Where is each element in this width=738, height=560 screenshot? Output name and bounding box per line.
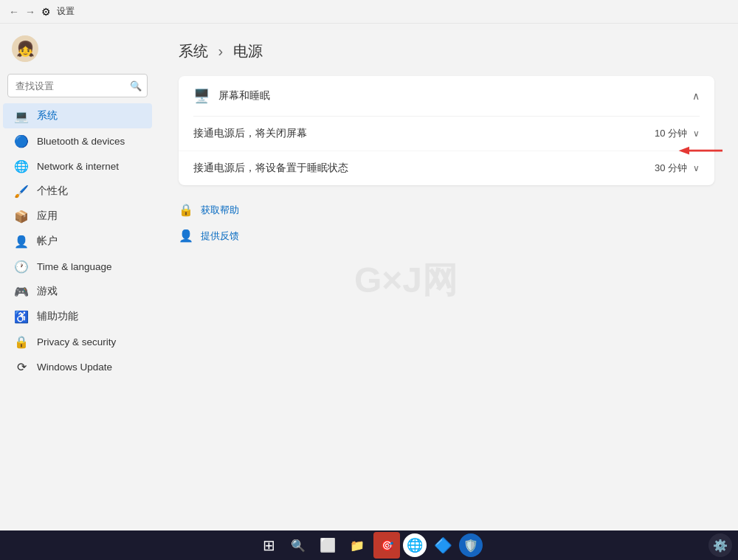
sidebar-label-personalization: 个性化 — [37, 184, 68, 198]
section-header-left: 🖥️ 屏幕和睡眠 — [193, 88, 270, 104]
accessibility-icon: ♿ — [15, 310, 28, 323]
sidebar-item-privacy[interactable]: 🔒 Privacy & security — [3, 329, 152, 354]
sidebar-label-network: Network & internet — [37, 161, 119, 172]
windows-update-icon: ⟳ — [15, 360, 28, 373]
feedback-link[interactable]: 👤 提供反馈 — [179, 226, 714, 246]
screen-off-setting: 接通电源后，将关闭屏幕 10 分钟 ∨ — [179, 117, 714, 151]
get-help-link[interactable]: 🔒 获取帮助 — [179, 200, 714, 220]
sidebar-label-time: Time & language — [37, 261, 112, 272]
file-explorer-button[interactable]: 📁 — [344, 532, 370, 559]
sleep-value-group: 30 分钟 ∨ — [655, 162, 700, 175]
taskbar-center: ⊞ 🔍 ⬜ 📁 🎯 🌐 🔷 🛡️ — [255, 532, 483, 559]
section-header[interactable]: 🖥️ 屏幕和睡眠 ∧ — [179, 76, 714, 116]
sidebar-label-system: 系统 — [37, 109, 58, 122]
avatar: 👧 — [12, 35, 38, 62]
sidebar-item-apps[interactable]: 📦 应用 — [3, 204, 152, 229]
network-icon: 🌐 — [15, 159, 28, 173]
sidebar-item-bluetooth[interactable]: 🔵 Bluetooth & devices — [3, 128, 152, 153]
screen-off-label: 接通电源后，将关闭屏幕 — [193, 127, 307, 140]
time-icon: 🕐 — [15, 260, 28, 273]
sidebar-label-privacy: Privacy & security — [37, 336, 116, 348]
taskbar: ⊞ 🔍 ⬜ 📁 🎯 🌐 🔷 🛡️ ⚙️ — [0, 530, 738, 560]
section-title: 屏幕和睡眠 — [218, 89, 270, 103]
main-content: 系统 › 电源 🖥️ 屏幕和睡眠 ∧ 接通电源后，将关闭屏幕 10 分钟 ∨ — [155, 24, 738, 530]
sidebar-label-accounts: 帐户 — [37, 235, 58, 248]
title-bar: ← → ⚙ 设置 — [0, 0, 738, 24]
help-links: 🔒 获取帮助 👤 提供反馈 — [179, 200, 714, 246]
apps-icon: 📦 — [15, 210, 28, 223]
sidebar-item-time[interactable]: 🕐 Time & language — [3, 254, 152, 279]
sidebar-label-apps: 应用 — [37, 210, 58, 223]
forward-button[interactable]: → — [25, 6, 35, 18]
get-help-icon: 🔒 — [179, 203, 193, 217]
avatar-emoji: 👧 — [16, 40, 35, 58]
sidebar-item-gaming[interactable]: 🎮 游戏 — [3, 279, 152, 304]
screen-off-chevron[interactable]: ∨ — [693, 128, 700, 139]
window-icon: ⚙ — [41, 6, 51, 18]
sidebar-label-gaming: 游戏 — [37, 285, 58, 298]
sidebar-item-accessibility[interactable]: ♿ 辅助功能 — [3, 304, 152, 329]
get-help-label[interactable]: 获取帮助 — [201, 204, 239, 217]
sidebar-label-bluetooth: Bluetooth & devices — [37, 136, 125, 147]
accounts-icon: 👤 — [15, 235, 28, 248]
start-button[interactable]: ⊞ — [255, 532, 282, 559]
search-icon[interactable]: 🔍 — [130, 80, 142, 91]
sleep-label: 接通电源后，将设备置于睡眠状态 — [193, 162, 348, 175]
section-expand-icon[interactable]: ∧ — [692, 90, 700, 102]
screen-off-value: 10 分钟 — [655, 127, 687, 140]
sleep-setting: 接通电源后，将设备置于睡眠状态 30 分钟 ∨ — [179, 151, 714, 185]
personalization-icon: 🖌️ — [15, 184, 28, 198]
sidebar-item-network[interactable]: 🌐 Network & internet — [3, 153, 152, 179]
security-button[interactable]: 🛡️ — [459, 533, 483, 557]
search-box[interactable]: 🔍 — [7, 74, 148, 97]
app-container: 👧 🔍 💻 系统 🔵 Bluetooth & devices 🌐 Network… — [0, 24, 738, 530]
gaming-icon: 🎮 — [15, 285, 28, 298]
privacy-icon: 🔒 — [15, 335, 28, 348]
breadcrumb-separator: › — [218, 43, 224, 59]
feedback-label[interactable]: 提供反馈 — [201, 229, 239, 243]
app1-button[interactable]: 🎯 — [373, 532, 400, 559]
sidebar: 👧 🔍 💻 系统 🔵 Bluetooth & devices 🌐 Network… — [0, 24, 155, 530]
search-button[interactable]: 🔍 — [285, 532, 311, 559]
window-title: 设置 — [57, 5, 75, 18]
breadcrumb-current: 电源 — [233, 43, 263, 59]
breadcrumb-parent: 系统 — [179, 43, 208, 59]
chrome-button[interactable]: 🌐 — [403, 533, 427, 557]
sleep-value: 30 分钟 — [655, 162, 687, 175]
taskbar-right: ⚙️ — [708, 533, 732, 557]
sidebar-item-accounts[interactable]: 👤 帐户 — [3, 229, 152, 254]
sidebar-label-accessibility: 辅助功能 — [37, 310, 78, 323]
settings-tray-button[interactable]: ⚙️ — [708, 533, 732, 557]
sidebar-item-windows-update[interactable]: ⟳ Windows Update — [3, 354, 152, 379]
task-view-button[interactable]: ⬜ — [314, 532, 341, 559]
sidebar-item-system[interactable]: 💻 系统 — [3, 103, 152, 128]
breadcrumb: 系统 › 电源 — [179, 41, 714, 61]
screen-sleep-section: 🖥️ 屏幕和睡眠 ∧ 接通电源后，将关闭屏幕 10 分钟 ∨ 接通电源后，将设备… — [179, 76, 714, 185]
sidebar-item-personalization[interactable]: 🖌️ 个性化 — [3, 179, 152, 204]
system-icon: 💻 — [15, 109, 28, 122]
sidebar-label-windows-update: Windows Update — [37, 362, 112, 373]
screen-off-value-group: 10 分钟 ∨ — [655, 127, 700, 140]
user-avatar-section: 👧 — [0, 30, 155, 74]
screen-icon: 🖥️ — [193, 88, 210, 104]
back-button[interactable]: ← — [9, 6, 19, 18]
bluetooth-icon: 🔵 — [15, 134, 28, 148]
sleep-chevron[interactable]: ∨ — [693, 163, 700, 173]
edge-button[interactable]: 🔷 — [430, 532, 456, 559]
nav-list: 💻 系统 🔵 Bluetooth & devices 🌐 Network & i… — [0, 103, 155, 379]
search-input[interactable] — [7, 74, 148, 97]
feedback-icon: 👤 — [179, 229, 193, 243]
